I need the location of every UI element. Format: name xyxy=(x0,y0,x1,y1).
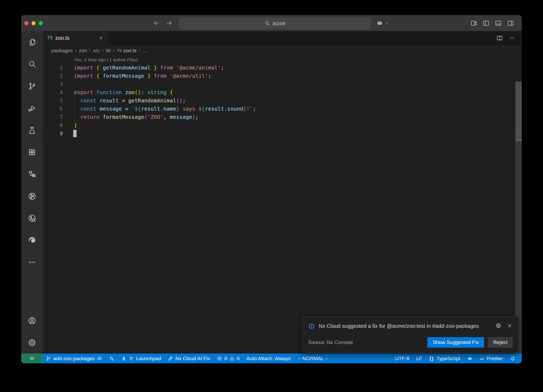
remote-indicator[interactable] xyxy=(21,354,42,363)
zoom-window-button[interactable] xyxy=(39,21,43,25)
code-text: const result = getRandomAnimal(); xyxy=(63,97,186,105)
activity-item-settings-gear[interactable] xyxy=(21,332,43,354)
editor-scrollbar xyxy=(515,81,522,354)
edge-tools-icon xyxy=(28,236,37,245)
status-text: TypeScript xyxy=(436,356,460,361)
source-control-icon xyxy=(46,356,51,361)
typescript-file-icon: TS xyxy=(47,36,52,40)
status-item-nx-cloud-ai-fix[interactable]: Nx Cloud AI Fix xyxy=(164,354,213,363)
activity-item-gitlens-inspect[interactable] xyxy=(21,207,43,229)
status-item-launchpad[interactable]: Launchpad xyxy=(118,354,164,363)
status-item-git-branch[interactable]: add-zoo-packages xyxy=(42,354,106,363)
activity-bar-top xyxy=(21,31,43,310)
customize-layout-icon[interactable] xyxy=(470,19,478,27)
activity-item-extensions[interactable] xyxy=(21,141,43,163)
status-text: 0 xyxy=(237,356,240,361)
code-line-8: 8} xyxy=(43,121,522,129)
status-item-git-compare[interactable] xyxy=(106,354,118,363)
activity-item-testing[interactable] xyxy=(21,119,43,141)
gitlens-blame[interactable]: You, 1 hour ago | 1 author (You) xyxy=(43,56,522,64)
typescript-file-icon: TS xyxy=(117,49,122,53)
double-check-icon xyxy=(479,356,485,361)
copilot-menu[interactable] xyxy=(376,15,389,31)
notification-toast: Nx Cloud suggested a fix for @acme/zoo:t… xyxy=(302,316,519,353)
editor-region: TS zoo.ts packageszoosrclibTSzoo.ts... Y… xyxy=(43,31,522,354)
status-text: Prettier xyxy=(487,356,503,361)
notification-settings-icon[interactable] xyxy=(495,323,502,329)
close-window-button[interactable] xyxy=(24,21,28,25)
activity-item-edge-tools[interactable] xyxy=(21,229,43,251)
notification-source: Source: Nx Console xyxy=(308,339,353,345)
chevron-right-icon xyxy=(73,48,78,53)
status-bar-left: add-zoo-packagesLaunchpadNx Cloud AI Fix… xyxy=(42,354,332,363)
info-icon xyxy=(308,323,315,330)
toggle-panel-icon[interactable] xyxy=(494,19,502,27)
code-line-7: 7 return formatMessage('ZOO', message); xyxy=(43,113,522,121)
activity-bar-bottom xyxy=(21,310,43,354)
activity-item-run-debug[interactable] xyxy=(21,97,43,119)
toggle-secondary-sidebar-icon[interactable] xyxy=(507,19,514,27)
navigate-forward-icon[interactable] xyxy=(165,20,173,27)
status-text: add-zoo-packages xyxy=(53,356,95,361)
activity-bar xyxy=(21,31,43,354)
tab-zoo-ts[interactable]: TS zoo.ts xyxy=(43,31,108,45)
breadcrumb-item-lib[interactable]: lib xyxy=(106,48,111,54)
close-notification-icon[interactable] xyxy=(506,323,513,329)
more-actions-icon[interactable] xyxy=(509,34,515,41)
activity-item-account[interactable] xyxy=(21,310,43,332)
line-number: 8 xyxy=(43,121,63,129)
status-item-auto-attach[interactable]: Auto Attach: Always xyxy=(243,354,294,363)
breadcrumb-item-src[interactable]: src xyxy=(93,48,100,54)
toggle-sidebar-icon[interactable] xyxy=(482,19,490,27)
activity-item-gitlens[interactable] xyxy=(21,185,43,207)
code-line-1: 1import { getRandomAnimal } from '@acme/… xyxy=(43,64,522,72)
status-item-encoding[interactable]: UTF-8 xyxy=(392,354,413,363)
status-item-notifications-bell[interactable] xyxy=(506,354,519,363)
split-editor-icon[interactable] xyxy=(496,34,503,42)
close-tab-icon[interactable] xyxy=(98,36,103,41)
source-control-icon xyxy=(28,82,37,91)
breadcrumb-item-file[interactable]: TSzoo.ts xyxy=(117,48,137,54)
navigate-back-icon[interactable] xyxy=(153,20,160,27)
status-item-copilot-status[interactable] xyxy=(464,354,476,363)
line-number: 4 xyxy=(43,88,63,97)
activity-item-files[interactable] xyxy=(21,31,43,53)
ellipsis-icon xyxy=(28,258,37,267)
code-text: import { getRandomAnimal } from '@acme/a… xyxy=(63,64,224,72)
status-item-problems[interactable]: 00 xyxy=(213,354,243,363)
status-text: Launchpad xyxy=(136,356,161,361)
activity-item-ellipsis[interactable] xyxy=(21,251,43,273)
status-bar: add-zoo-packagesLaunchpadNx Cloud AI Fix… xyxy=(21,354,522,363)
gitlens-inspect-icon xyxy=(28,214,37,223)
show-suggested-fix-button[interactable]: Show Suggested Fix xyxy=(427,337,484,348)
status-item-language-mode[interactable]: {}TypeScript xyxy=(426,354,464,363)
editor-actions xyxy=(496,31,522,45)
activity-item-search[interactable] xyxy=(21,53,43,75)
breadcrumb-item-zoo[interactable]: zoo xyxy=(79,48,87,54)
indent-guide xyxy=(75,97,75,121)
breadcrumb-item-packages[interactable]: packages xyxy=(51,48,73,54)
breadcrumb-overflow[interactable]: ... xyxy=(143,48,147,54)
code-text: export function zoo(): string { xyxy=(63,88,173,97)
status-item-formatter[interactable]: Prettier xyxy=(476,354,506,363)
extensions-icon xyxy=(28,148,37,157)
braces-icon: {} xyxy=(429,356,434,361)
error-icon xyxy=(217,356,222,361)
editor-cursor xyxy=(73,130,77,137)
code-line-5: 5 const result = getRandomAnimal(); xyxy=(43,97,522,105)
warning-icon xyxy=(229,356,235,361)
copilot-icon xyxy=(467,356,472,361)
scrollbar-thumb[interactable] xyxy=(515,81,522,141)
status-item-eol[interactable]: LF xyxy=(413,354,426,363)
activity-item-project-structure[interactable] xyxy=(21,163,43,185)
search-value: acme xyxy=(273,20,286,27)
minimize-window-button[interactable] xyxy=(32,21,36,25)
history-nav xyxy=(153,15,173,31)
status-item-vim-mode[interactable]: -- NORMAL -- xyxy=(294,354,332,363)
command-center-search[interactable]: acme xyxy=(179,18,371,29)
plug-icon xyxy=(129,356,134,361)
files-icon xyxy=(28,38,37,47)
activity-item-source-control[interactable] xyxy=(21,75,43,97)
reject-button[interactable]: Reject xyxy=(488,337,513,348)
chevron-right-icon xyxy=(100,48,105,53)
